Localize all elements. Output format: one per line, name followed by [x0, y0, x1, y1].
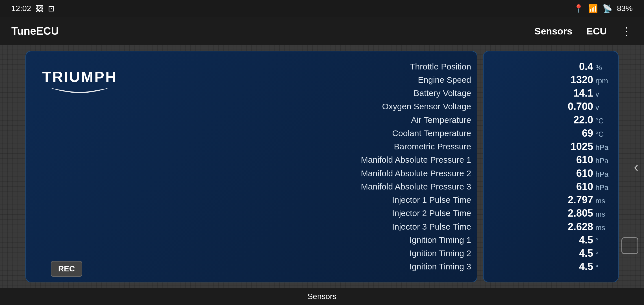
sensor-labels-container: Throttle PositionEngine SpeedBattery Vol… [133, 51, 477, 282]
sensor-unit-15: ° [595, 263, 610, 272]
sensor-unit-14: ° [595, 250, 610, 259]
location-icon: 📍 [574, 4, 584, 13]
sensor-value-row-11: 2.805ms [492, 207, 610, 219]
sensor-value-row-7: 610hPa [492, 154, 610, 166]
sensor-value-row-13: 4.5° [492, 234, 610, 246]
sensor-unit-11: ms [595, 210, 610, 219]
sensor-label-3: Oxygen Sensor Voltage [136, 101, 471, 112]
sensor-value-row-4: 22.0°C [492, 114, 610, 126]
sensor-unit-2: v [595, 90, 610, 99]
card-left: TRIUMPH Throttle PositionEngine SpeedBat… [25, 51, 477, 282]
app-title: TuneECU [11, 25, 534, 37]
cards-container: TRIUMPH Throttle PositionEngine SpeedBat… [25, 51, 619, 282]
main-content: TRIUMPH Throttle PositionEngine SpeedBat… [0, 45, 644, 288]
screen-record-icon: ⊡ [48, 4, 55, 13]
sensor-value-6: 1025 [554, 141, 593, 152]
sensor-value-row-15: 4.5° [492, 261, 610, 273]
sensor-label-2: Battery Voltage [136, 88, 471, 98]
sensor-label-13: Ignition Timing 1 [136, 235, 471, 245]
sensor-value-1: 1320 [554, 74, 593, 86]
more-options-button[interactable]: ⋮ [621, 25, 633, 38]
sensor-value-row-8: 610hPa [492, 167, 610, 179]
sensor-value-7: 610 [554, 154, 593, 166]
sensor-value-row-9: 610hPa [492, 181, 610, 193]
sensor-label-7: Manifold Absolute Pressure 1 [136, 155, 471, 165]
triumph-wings-icon [49, 86, 111, 94]
sensor-unit-1: rpm [595, 77, 610, 85]
sensor-value-13: 4.5 [554, 234, 593, 246]
sensor-value-12: 2.628 [554, 221, 593, 233]
sensor-unit-8: hPa [595, 170, 610, 179]
sensor-unit-12: ms [595, 223, 610, 232]
sensor-label-11: Injector 2 Pulse Time [136, 208, 471, 218]
sensor-label-10: Injector 1 Pulse Time [136, 195, 471, 205]
status-right: 📍 📶 📡 83% [574, 4, 633, 13]
sensor-value-9: 610 [554, 181, 593, 193]
sensor-value-row-14: 4.5° [492, 247, 610, 259]
sensor-label-1: Engine Speed [136, 75, 471, 85]
sensor-unit-6: hPa [595, 143, 610, 152]
sensor-value-row-0: 0.4% [492, 61, 610, 73]
sensor-unit-9: hPa [595, 183, 610, 192]
sensor-label-15: Ignition Timing 3 [136, 262, 471, 272]
sensor-value-14: 4.5 [554, 247, 593, 259]
sensor-label-9: Manifold Absolute Pressure 3 [136, 182, 471, 192]
sensor-unit-5: °C [595, 130, 610, 139]
ecu-button[interactable]: ECU [586, 26, 607, 37]
sensor-label-4: Air Temperature [136, 115, 471, 125]
sensor-value-8: 610 [554, 167, 593, 179]
sensor-unit-10: ms [595, 197, 610, 205]
rec-button[interactable]: REC [51, 261, 82, 277]
card-right: 0.4%1320rpm14.1v0.700v22.0°C69°C1025hPa6… [483, 51, 619, 282]
sensor-unit-3: v [595, 103, 610, 112]
sensor-unit-4: °C [595, 117, 610, 125]
sensor-value-row-1: 1320rpm [492, 74, 610, 86]
gallery-icon: 🖼 [36, 4, 43, 13]
sensor-value-3: 0.700 [554, 101, 593, 112]
sensor-unit-13: ° [595, 237, 610, 245]
sensor-value-row-12: 2.628ms [492, 221, 610, 233]
sensor-value-row-10: 2.797ms [492, 194, 610, 206]
sensor-value-2: 14.1 [554, 87, 593, 99]
sensor-label-6: Barometric Pressure [136, 141, 471, 152]
sensor-value-4: 22.0 [554, 114, 593, 126]
triumph-text: TRIUMPH [42, 68, 117, 85]
sensor-unit-7: hPa [595, 156, 610, 165]
status-left: 12:02 🖼 ⊡ [11, 4, 55, 13]
chevron-right-icon[interactable]: ‹ [634, 159, 638, 175]
sensor-label-0: Throttle Position [136, 62, 471, 72]
sensor-label-14: Ignition Timing 2 [136, 248, 471, 258]
sensor-value-10: 2.797 [554, 194, 593, 206]
sensor-label-8: Manifold Absolute Pressure 2 [136, 168, 471, 178]
sensor-value-15: 4.5 [554, 261, 593, 273]
battery-display: 83% [617, 4, 633, 13]
sensor-unit-0: % [595, 63, 610, 72]
sensor-value-row-2: 14.1v [492, 87, 610, 99]
bottom-bar: Sensors [0, 288, 644, 305]
sensors-button[interactable]: Sensors [534, 26, 572, 37]
signal-icon: 📡 [602, 4, 612, 13]
sensor-value-5: 69 [554, 127, 593, 139]
status-bar: 12:02 🖼 ⊡ 📍 📶 📡 83% [0, 0, 644, 17]
time-display: 12:02 [11, 4, 31, 13]
app-bar-actions: Sensors ECU ⋮ [534, 25, 633, 38]
logo-section: TRIUMPH [26, 51, 133, 282]
sensor-value-row-5: 69°C [492, 127, 610, 139]
sensor-label-5: Coolant Temperature [136, 128, 471, 138]
home-button[interactable] [621, 237, 638, 254]
wifi-icon: 📶 [588, 4, 598, 13]
triumph-logo: TRIUMPH [42, 68, 117, 94]
bottom-nav-sensors: Sensors [308, 292, 337, 301]
sensor-value-0: 0.4 [554, 61, 593, 73]
sensor-value-11: 2.805 [554, 207, 593, 219]
sensor-value-row-6: 1025hPa [492, 141, 610, 152]
sensor-label-12: Injector 3 Pulse Time [136, 222, 471, 232]
app-bar: TuneECU Sensors ECU ⋮ [0, 17, 644, 45]
sensor-value-row-3: 0.700v [492, 101, 610, 112]
